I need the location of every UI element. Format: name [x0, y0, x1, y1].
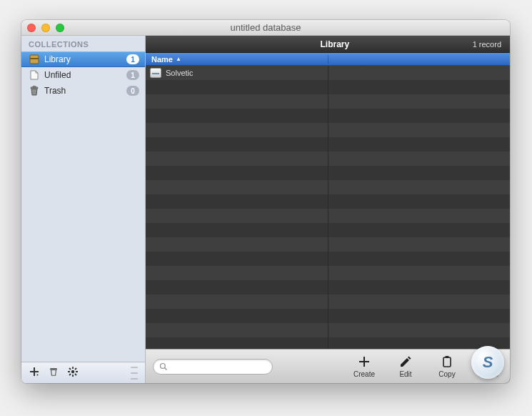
sidebar-item-badge: 1 — [126, 70, 139, 80]
clipboard-icon — [440, 355, 454, 369]
record-count: 1 record — [473, 40, 501, 49]
svg-rect-5 — [51, 368, 57, 370]
sidebar-item-label: Unfiled — [44, 70, 122, 80]
svg-point-6 — [71, 370, 74, 372]
sidebar-item-trash[interactable]: Trash 0 — [21, 83, 145, 99]
table-row-empty — [146, 180, 510, 194]
sort-indicator-icon: ▲ — [176, 56, 181, 62]
close-window-button[interactable] — [27, 24, 36, 32]
column-header-name[interactable]: Name ▲ — [146, 55, 328, 64]
svg-rect-17 — [443, 357, 451, 367]
table-row-empty — [146, 252, 510, 266]
svg-line-16 — [165, 367, 167, 370]
table-row-empty — [146, 109, 510, 123]
svg-line-14 — [75, 368, 76, 370]
search-input[interactable] — [153, 359, 273, 375]
table-row-empty — [146, 166, 510, 180]
table-row-empty — [146, 152, 510, 166]
sidebar-footer — [21, 362, 145, 383]
table-row-empty — [146, 80, 510, 94]
table-row-empty — [146, 94, 510, 109]
create-button[interactable]: Create — [350, 355, 378, 378]
table-row-empty — [146, 323, 510, 337]
svg-rect-3 — [33, 86, 36, 88]
edit-button-label: Edit — [399, 370, 411, 378]
titlebar[interactable]: untitled database — [21, 20, 510, 36]
zoom-window-button[interactable] — [56, 24, 64, 32]
svg-point-15 — [161, 363, 166, 368]
pencil-icon — [398, 355, 413, 369]
table-row-empty — [146, 309, 510, 323]
table-row-empty — [146, 209, 510, 223]
table-row-empty — [146, 294, 510, 309]
create-button-label: Create — [353, 370, 375, 378]
unfiled-icon — [29, 69, 40, 81]
search-icon — [159, 362, 168, 371]
table-row-empty — [146, 137, 510, 152]
svg-line-13 — [69, 374, 71, 375]
watermark-logo: S — [471, 346, 504, 379]
sidebar: COLLECTIONS Library 1 Unfiled 1 — [21, 36, 146, 383]
sidebar-item-badge: 1 — [126, 54, 139, 64]
plus-icon — [357, 355, 371, 369]
record-name: Solvetic — [166, 69, 194, 77]
copy-button[interactable]: Copy — [433, 355, 461, 378]
minimize-window-button[interactable] — [41, 24, 50, 32]
table-row-empty — [146, 337, 510, 349]
trash-icon — [29, 85, 40, 96]
collection-title: Library — [197, 39, 473, 49]
table-row-empty — [146, 266, 510, 280]
table-row-empty — [146, 123, 510, 137]
column-header-label: Name — [151, 55, 173, 64]
record-grid[interactable]: Solvetic — [146, 66, 510, 349]
sidebar-item-label: Trash — [44, 86, 122, 96]
table-row-empty — [146, 223, 510, 237]
sidebar-header: COLLECTIONS — [21, 36, 145, 51]
sidebar-item-unfiled[interactable]: Unfiled 1 — [21, 67, 145, 83]
svg-line-12 — [75, 374, 76, 375]
main-header: Library 1 record — [146, 36, 510, 53]
edit-button[interactable]: Edit — [391, 355, 420, 378]
sidebar-item-label: Library — [44, 54, 122, 64]
sidebar-resize-handle[interactable] — [131, 367, 138, 380]
copy-button-label: Copy — [438, 370, 455, 378]
record-icon — [150, 68, 161, 78]
sidebar-item-library[interactable]: Library 1 — [21, 51, 145, 67]
bottom-toolbar: Create Edit Copy Delete — [146, 349, 510, 383]
table-row-empty — [146, 194, 510, 209]
column-header-row: Name ▲ — [146, 53, 510, 66]
app-window: untitled database COLLECTIONS Library 1 … — [21, 20, 510, 383]
sidebar-list: Library 1 Unfiled 1 Trash 0 — [21, 51, 145, 362]
table-row[interactable]: Solvetic — [146, 66, 510, 80]
svg-rect-1 — [30, 58, 39, 59]
table-row-empty — [146, 237, 510, 252]
main-panel: Library 1 record Name ▲ Solvetic — [146, 36, 510, 383]
window-title: untitled database — [21, 22, 510, 33]
svg-point-4 — [37, 374, 39, 375]
sidebar-item-badge: 0 — [126, 86, 139, 96]
settings-button[interactable] — [67, 366, 79, 380]
delete-collection-button[interactable] — [49, 367, 59, 380]
library-icon — [29, 54, 40, 65]
svg-line-11 — [69, 368, 71, 370]
table-row-empty — [146, 280, 510, 294]
add-collection-button[interactable] — [29, 366, 40, 380]
svg-rect-18 — [446, 356, 449, 358]
